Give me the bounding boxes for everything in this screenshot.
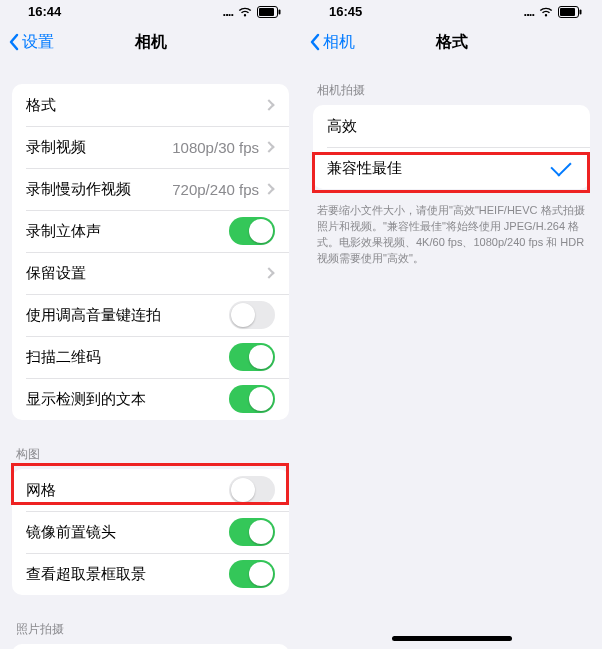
wifi-icon	[237, 6, 253, 18]
phone-camera-settings: 16:44 .... 设置 相机 格式 录制视频 1080p/30 fps 录制	[0, 0, 301, 649]
nav-bar: 相机 格式	[301, 20, 602, 64]
photo-capture-group: 摄影风格	[12, 644, 289, 649]
row-label: 镜像前置镜头	[26, 523, 229, 542]
row-label: 高效	[327, 117, 576, 136]
chevron-left-icon	[8, 33, 20, 51]
wifi-icon	[538, 6, 554, 18]
row-grid[interactable]: 网格	[12, 469, 289, 511]
row-show-text[interactable]: 显示检测到的文本	[12, 378, 289, 420]
row-label: 查看超取景框取景	[26, 565, 229, 584]
battery-icon	[257, 6, 281, 18]
cellular-icon: ....	[524, 4, 534, 19]
back-button[interactable]: 设置	[0, 32, 54, 53]
nav-bar: 设置 相机	[0, 20, 301, 64]
row-photo-style[interactable]: 摄影风格	[12, 644, 289, 649]
row-mirror-front[interactable]: 镜像前置镜头	[12, 511, 289, 553]
section-header-composition: 构图	[0, 428, 301, 469]
battery-icon	[558, 6, 582, 18]
row-label: 录制视频	[26, 138, 172, 157]
switch-stereo[interactable]	[229, 217, 275, 245]
format-group: 高效 兼容性最佳	[313, 105, 590, 189]
row-volume-burst[interactable]: 使用调高音量键连拍	[12, 294, 289, 336]
phone-formats-settings: 16:45 .... 相机 格式 相机拍摄 高效 兼容性最佳 若要缩小文件大小，…	[301, 0, 602, 649]
chevron-right-icon	[263, 99, 274, 110]
chevron-right-icon	[263, 141, 274, 152]
status-time: 16:45	[329, 4, 362, 19]
row-label: 兼容性最佳	[327, 159, 552, 178]
chevron-right-icon	[263, 183, 274, 194]
switch-view-outside-frame[interactable]	[229, 560, 275, 588]
footer-format: 若要缩小文件大小，请使用"高效"HEIF/HEVC 格式拍摄照片和视频。"兼容性…	[301, 197, 602, 271]
row-preserve[interactable]: 保留设置	[12, 252, 289, 294]
row-formats[interactable]: 格式	[12, 84, 289, 126]
svg-rect-2	[279, 9, 281, 14]
row-record-slomo[interactable]: 录制慢动作视频 720p/240 fps	[12, 168, 289, 210]
svg-rect-5	[580, 9, 582, 14]
status-bar: 16:45 ....	[301, 0, 602, 20]
row-label: 扫描二维码	[26, 348, 229, 367]
row-scan-qr[interactable]: 扫描二维码	[12, 336, 289, 378]
back-label: 设置	[22, 32, 54, 53]
cellular-icon: ....	[223, 4, 233, 19]
switch-volume-burst[interactable]	[229, 301, 275, 329]
switch-mirror-front[interactable]	[229, 518, 275, 546]
composition-group: 网格 镜像前置镜头 查看超取景框取景	[12, 469, 289, 595]
row-label: 显示检测到的文本	[26, 390, 229, 409]
row-label: 录制慢动作视频	[26, 180, 172, 199]
chevron-right-icon	[263, 267, 274, 278]
row-label: 录制立体声	[26, 222, 229, 241]
status-bar: 16:44 ....	[0, 0, 301, 20]
row-detail: 1080p/30 fps	[172, 139, 259, 156]
row-label: 使用调高音量键连拍	[26, 306, 229, 325]
status-time: 16:44	[28, 4, 61, 19]
status-right: ....	[223, 4, 281, 19]
row-record-video[interactable]: 录制视频 1080p/30 fps	[12, 126, 289, 168]
row-high-efficiency[interactable]: 高效	[313, 105, 590, 147]
checkmark-icon	[550, 155, 571, 176]
row-label: 格式	[26, 96, 265, 115]
row-stereo[interactable]: 录制立体声	[12, 210, 289, 252]
section-header-capture: 相机拍摄	[301, 64, 602, 105]
row-label: 网格	[26, 481, 229, 500]
section-header-photo: 照片拍摄	[0, 603, 301, 644]
back-label: 相机	[323, 32, 355, 53]
switch-grid[interactable]	[229, 476, 275, 504]
switch-scan-qr[interactable]	[229, 343, 275, 371]
svg-rect-1	[259, 8, 274, 16]
switch-show-text[interactable]	[229, 385, 275, 413]
row-view-outside-frame[interactable]: 查看超取景框取景	[12, 553, 289, 595]
home-indicator[interactable]	[392, 636, 512, 641]
camera-settings-group-1: 格式 录制视频 1080p/30 fps 录制慢动作视频 720p/240 fp…	[12, 84, 289, 420]
svg-rect-4	[560, 8, 575, 16]
back-button[interactable]: 相机	[301, 32, 355, 53]
row-label: 保留设置	[26, 264, 265, 283]
chevron-left-icon	[309, 33, 321, 51]
row-most-compatible[interactable]: 兼容性最佳	[313, 147, 590, 189]
row-detail: 720p/240 fps	[172, 181, 259, 198]
status-right: ....	[524, 4, 582, 19]
